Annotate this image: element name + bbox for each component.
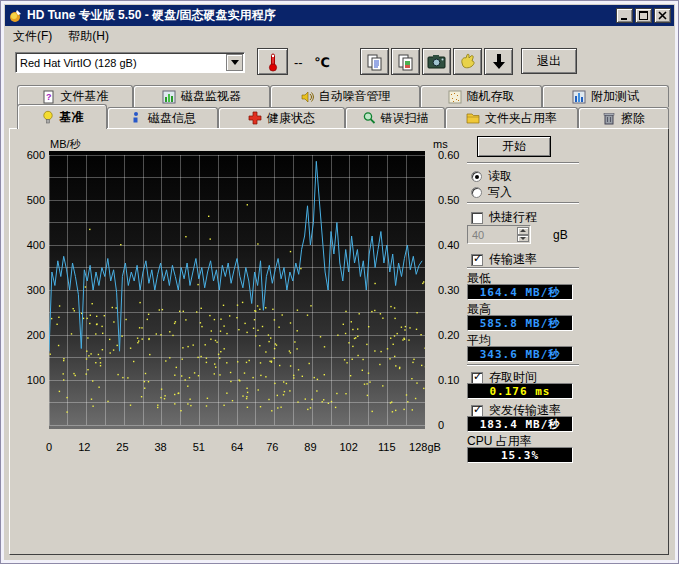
axis-tick-label: 0.20 (438, 328, 470, 342)
short-stroke-label: 快捷行程 (489, 209, 537, 226)
tab-label: 错误扫描 (381, 110, 429, 127)
axis-tick-label: 0.50 (438, 193, 470, 207)
copy-image-icon (397, 53, 415, 71)
avg-speed-display: 343.6 MB/秒 (467, 346, 573, 362)
tab-extra-tests[interactable]: 附加测试 (542, 85, 669, 107)
camera-icon (427, 54, 446, 69)
maximize-icon (639, 11, 648, 20)
y-left-axis-unit: MB/秒 (50, 137, 81, 152)
app-icon (8, 9, 22, 23)
health-cross-icon (248, 111, 262, 125)
file-benchmark-icon: ? (42, 90, 56, 104)
write-radio[interactable] (471, 187, 482, 198)
menu-item-help[interactable]: 帮助(H) (60, 26, 117, 47)
chevron-up-icon (520, 229, 526, 232)
temperature-button[interactable] (257, 48, 288, 75)
axis-tick-label: 500 (15, 193, 45, 207)
access-time-display: 0.176 ms (467, 383, 573, 399)
disk-monitor-icon (162, 90, 176, 104)
axis-tick-label: 0 (438, 418, 470, 432)
tab-error-scan[interactable]: 错误扫描 (345, 107, 445, 128)
transfer-rate-option: 传输速率 (471, 251, 537, 268)
tab-label: 文件基准 (61, 88, 109, 105)
folder-icon (466, 111, 480, 125)
tab-label: 磁盘监视器 (181, 88, 241, 105)
tab-label: 基准 (60, 109, 84, 126)
cpu-usage-display: 15.3% (467, 447, 573, 463)
stepper-down-button[interactable] (517, 235, 529, 243)
benchmark-plot (49, 151, 425, 429)
axis-tick-label: 600 (15, 148, 45, 162)
short-stroke-size-value: 40 (472, 229, 484, 241)
close-button[interactable] (654, 8, 671, 23)
tab-disk-monitor[interactable]: 磁盘监视器 (133, 85, 270, 107)
read-mode-option: 读取 (471, 168, 512, 185)
drive-select-arrow-button[interactable] (226, 54, 243, 71)
axis-tick-label: 0.60 (438, 148, 470, 162)
burst-rate-checkbox[interactable] (471, 405, 483, 417)
hand-icon (459, 53, 477, 71)
access-time-checkbox[interactable] (471, 372, 483, 384)
tab-label: 磁盘信息 (148, 110, 196, 127)
title-bar: HD Tune 专业版 5.50 - 硬盘/固态硬盘实用程序 (5, 5, 674, 26)
exit-button[interactable]: 退出 (521, 48, 577, 74)
app-window: HD Tune 专业版 5.50 - 硬盘/固态硬盘实用程序 文件(F) 帮助(… (0, 0, 679, 564)
separator (467, 202, 579, 204)
maximize-button[interactable] (635, 8, 652, 23)
copy-icon (366, 53, 384, 71)
tab-aam[interactable]: 自动噪音管理 (270, 85, 420, 107)
temperature-value: -- (294, 55, 303, 70)
tab-disk-info[interactable]: 磁盘信息 (107, 107, 218, 128)
tab-label: 文件夹占用率 (485, 110, 557, 127)
tab-label: 随机存取 (467, 88, 515, 105)
start-button-label: 开始 (502, 138, 526, 155)
exit-button-label: 退出 (537, 53, 561, 70)
tab-random-access[interactable]: 随机存取 (420, 85, 542, 107)
short-stroke-unit: gB (553, 228, 568, 242)
transfer-rate-checkbox[interactable] (471, 254, 483, 266)
temperature-readout: -- ℃ (294, 55, 330, 70)
arrow-down-icon (491, 53, 507, 71)
trash-icon (602, 111, 616, 125)
copy-button[interactable] (360, 48, 389, 75)
drive-select-value: Red Hat VirtIO (128 gB) (20, 57, 137, 69)
copy-image-button[interactable] (391, 48, 420, 75)
separator (467, 267, 579, 269)
axis-tick-label: 0.30 (438, 283, 470, 297)
speaker-icon (300, 90, 314, 104)
short-stroke-size-stepper[interactable]: 40 (467, 225, 531, 244)
separator (467, 364, 579, 366)
hand-button[interactable] (453, 48, 482, 75)
read-radio[interactable] (471, 171, 482, 182)
tab-erase[interactable]: 擦除 (578, 107, 669, 128)
bulb-icon (41, 110, 55, 124)
short-stroke-checkbox[interactable] (471, 212, 483, 224)
separator (467, 162, 579, 164)
extra-tests-icon (572, 90, 586, 104)
minimize-button[interactable] (616, 8, 633, 23)
tab-benchmark[interactable]: 基准 (17, 104, 107, 129)
min-speed-display: 164.4 MB/秒 (467, 284, 573, 300)
screenshot-button[interactable] (422, 48, 451, 75)
tab-label: 擦除 (621, 110, 645, 127)
drive-select[interactable]: Red Hat VirtIO (128 gB) (15, 52, 245, 73)
menu-item-file[interactable]: 文件(F) (5, 26, 60, 47)
window-controls (614, 8, 671, 23)
burst-rate-display: 183.4 MB/秒 (467, 416, 573, 432)
read-radio-label: 读取 (488, 168, 512, 185)
svg-text:?: ? (46, 92, 52, 102)
axis-tick-label: 300 (15, 283, 45, 297)
window-title: HD Tune 专业版 5.50 - 硬盘/固态硬盘实用程序 (27, 7, 275, 24)
max-speed-display: 585.8 MB/秒 (467, 315, 573, 331)
short-stroke-option: 快捷行程 (471, 209, 537, 226)
toolbar: Red Hat VirtIO (128 gB) -- ℃ (5, 46, 674, 82)
random-access-icon (448, 90, 462, 104)
start-button[interactable]: 开始 (477, 136, 551, 157)
chevron-down-icon (520, 237, 526, 240)
tab-health[interactable]: 健康状态 (218, 107, 345, 128)
download-button[interactable] (484, 48, 513, 75)
tab-folder-usage[interactable]: 文件夹占用率 (445, 107, 578, 128)
stepper-buttons (517, 227, 529, 242)
chevron-down-icon (231, 60, 239, 65)
stepper-up-button[interactable] (517, 227, 529, 235)
